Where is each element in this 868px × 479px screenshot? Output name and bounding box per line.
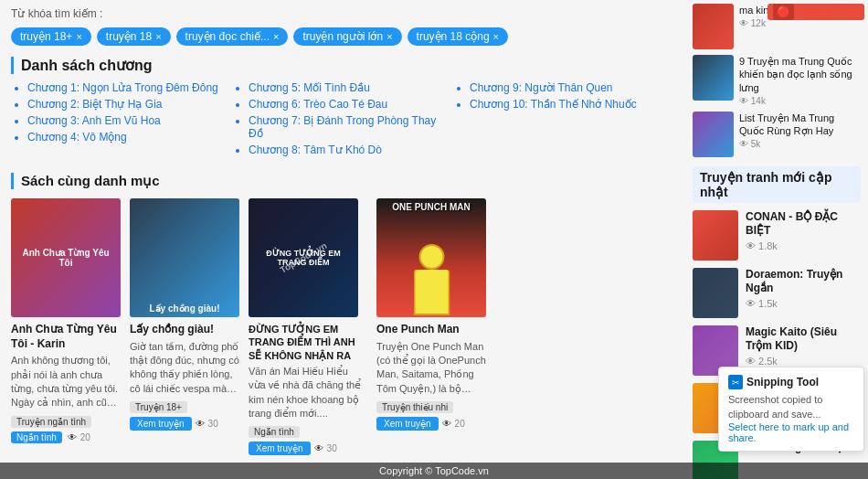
book-tag-3a: Ngắn tình bbox=[249, 426, 300, 438]
sidebar-top-title-2: 9 Truyện ma Trung Quốc khiến bạn đọc lạn… bbox=[739, 55, 861, 94]
book-desc-1: Anh không thương tôi, phải nói là anh ch… bbox=[11, 354, 121, 410]
chapter-item[interactable]: Chương 3: Anh Em Vũ Hoa bbox=[27, 114, 232, 127]
search-keywords-label: Từ khóa tìm kiếm : bbox=[11, 7, 674, 20]
book-desc-3: Văn án Mai Hiếu Hiểu vừa về nhà đã chăng… bbox=[249, 365, 367, 421]
sidebar-new-comic-2[interactable]: Doraemon: Truyện Ngắn 👁 1.5k bbox=[693, 268, 861, 318]
tag-18plus[interactable]: truyện 18+ × bbox=[11, 27, 91, 46]
chapter-col-3: Chương 9: Người Thân Quen Chương 10: Thầ… bbox=[453, 81, 674, 160]
book-desc-4: Truyện One Punch Man (có thể gọi là OneP… bbox=[376, 340, 486, 397]
tag-doc-chie-remove[interactable]: × bbox=[273, 31, 279, 42]
book-cover-3: ĐỪNG TƯỞNG EM TRANG ĐIỂM TopCode.vn bbox=[249, 198, 358, 317]
book-views-icon-2: 👁 bbox=[196, 419, 205, 429]
eye-icon-c2: 👁 bbox=[746, 298, 756, 309]
tag-18-cong-remove[interactable]: × bbox=[493, 31, 499, 42]
book-card-1[interactable]: Anh Chưa Từng Yêu Tôi Anh Chưa Từng Yêu … bbox=[11, 198, 121, 455]
copyright-bar: Copyright © TopCode.vn bbox=[0, 463, 868, 479]
chapter-item[interactable]: Chương 6: Trèo Cao Té Đau bbox=[249, 98, 453, 111]
sidebar-top-views-2: 👁 14k bbox=[739, 96, 861, 106]
sidebar-top-info-3: List Truyện Ma Trung Quốc Rùng Rợn Hay 👁… bbox=[739, 112, 861, 157]
book-title-4[interactable]: One Punch Man bbox=[376, 323, 486, 337]
eye-icon-c1: 👁 bbox=[746, 240, 756, 251]
sidebar-comic-title-3: Magic Kaito (Siêu Trộm KID) bbox=[746, 325, 861, 354]
sidebar-top-info-2: 9 Truyện ma Trung Quốc khiến bạn đọc lạn… bbox=[739, 55, 861, 106]
sidebar-thumb-comic-2 bbox=[693, 268, 738, 318]
tag-18plus-remove[interactable]: × bbox=[76, 31, 81, 42]
book-tag-2a: Truyện 18+ bbox=[130, 401, 187, 413]
chapter-item[interactable]: Chương 4: Vô Mộng bbox=[27, 131, 232, 144]
eye-icon-3: 👁 bbox=[739, 139, 748, 149]
book-title-3[interactable]: ĐỪNG TƯỞNG EM TRANG ĐIỂM THÌ ANH SẼ KHÔN… bbox=[249, 323, 367, 362]
chapter-item[interactable]: Chương 7: Bị Đánh Trong Phòng Thay Đồ bbox=[249, 114, 453, 140]
book-card-3[interactable]: ĐỪNG TƯỞNG EM TRANG ĐIỂM TopCode.vn ĐỪNG… bbox=[249, 198, 367, 455]
sidebar-comic-views-3: 👁 2.5k bbox=[746, 356, 861, 367]
chapter-item[interactable]: Chương 9: Người Thân Quen bbox=[470, 81, 674, 94]
book-actions-4: Xem truyện 👁 20 bbox=[376, 417, 486, 431]
tag-18[interactable]: truyện 18 × bbox=[97, 27, 171, 46]
book-views-4: 20 bbox=[455, 419, 465, 429]
book-actions-3: Xem truyện 👁 30 bbox=[249, 442, 367, 455]
tag-18-remove[interactable]: × bbox=[155, 31, 161, 42]
sidebar-top-title-3: List Truyện Ma Trung Quốc Rùng Rợn Hay bbox=[739, 112, 861, 138]
chapter-col-1: Chương 1: Ngọn Lửa Trong Đêm Đông Chương… bbox=[11, 81, 232, 160]
snipping-text: Screenshot copied to clipboard and save.… bbox=[728, 393, 854, 421]
tag-nguoi-lon-remove[interactable]: × bbox=[386, 31, 392, 42]
book-title-1[interactable]: Anh Chưa Từng Yêu Tôi - Karin bbox=[11, 323, 121, 351]
book-views-icon-1: 👁 bbox=[68, 432, 77, 442]
topcode-logo: 🔴 TopCode.vn bbox=[767, 4, 865, 20]
books-grid: Anh Chưa Từng Yêu Tôi Anh Chưa Từng Yêu … bbox=[11, 198, 674, 455]
sidebar-comic-title-1: CONAN - BỘ ĐẶC BIỆT bbox=[746, 210, 861, 239]
book-views-2: 30 bbox=[208, 419, 218, 429]
book-views-icon-3: 👁 bbox=[314, 443, 323, 453]
snipping-notification: ✂ Snipping Tool Screenshot copied to cli… bbox=[718, 367, 864, 452]
chapter-col-2: Chương 5: Mối Tình Đầu Chương 6: Trèo Ca… bbox=[232, 81, 453, 160]
chapter-item[interactable]: Chương 5: Mối Tình Đầu bbox=[249, 81, 453, 94]
tag-18-cong[interactable]: truyện 18 cộng × bbox=[408, 27, 508, 46]
sidebar-comic-info-3: Magic Kaito (Siêu Trộm KID) 👁 2.5k bbox=[746, 325, 861, 367]
sidebar-top-item-3[interactable]: List Truyện Ma Trung Quốc Rùng Rợn Hay 👁… bbox=[693, 112, 861, 157]
sidebar-comic-views-2: 👁 1.5k bbox=[746, 298, 861, 309]
book-tag-4a: Truyện thiếu nhi bbox=[376, 401, 453, 413]
chapter-item[interactable]: Chương 2: Biệt Thự Hạ Gia bbox=[27, 98, 232, 111]
book-card-4[interactable]: ONE PUNCH MAN One Punch Man Truyện One P… bbox=[376, 198, 486, 455]
snipping-header: ✂ Snipping Tool bbox=[728, 375, 854, 389]
tag-doc-chie[interactable]: truyện đọc chiế... × bbox=[176, 27, 289, 46]
book-views-3: 30 bbox=[327, 443, 337, 453]
book-cover-2: Lấy chồng giàu! bbox=[130, 198, 239, 317]
new-comics-title: Truyện tranh mới cập nhật bbox=[693, 166, 861, 203]
snipping-title: Snipping Tool bbox=[746, 376, 819, 389]
book-views-1: 20 bbox=[80, 432, 90, 442]
book-title-2[interactable]: Lấy chồng giàu! bbox=[130, 323, 239, 337]
snipping-link[interactable]: Select here to mark up and share. bbox=[728, 421, 854, 443]
eye-icon-c3: 👁 bbox=[746, 356, 756, 367]
book-read-btn-2[interactable]: Xem truyện bbox=[130, 417, 192, 431]
sidebar-comic-views-1: 👁 1.8k bbox=[746, 240, 861, 251]
sidebar-thumb-2 bbox=[693, 55, 734, 101]
sidebar-top-item-2[interactable]: 9 Truyện ma Trung Quốc khiến bạn đọc lạn… bbox=[693, 55, 861, 106]
sidebar-new-comic-1[interactable]: CONAN - BỘ ĐẶC BIỆT 👁 1.8k bbox=[693, 210, 861, 261]
sidebar-top-views-3: 👁 5k bbox=[739, 139, 861, 149]
sidebar-top-items: ma kinh dị nhất Nhật Bản 👁 12k 9 Truyện … bbox=[693, 4, 861, 157]
book-desc-2: Giờ tan tầm, đường phố thật đông đúc, nh… bbox=[130, 340, 239, 397]
same-category-title: Sách cùng danh mục bbox=[11, 173, 674, 189]
chapter-item[interactable]: Chương 10: Thần Thế Nhớ Nhuốc bbox=[470, 98, 674, 111]
book-card-2[interactable]: Lấy chồng giàu! Lấy chồng giàu! Giờ tan … bbox=[130, 198, 239, 455]
book-tag-1a: Truyện ngắn tình bbox=[11, 416, 91, 428]
book-read-btn-4[interactable]: Xem truyện bbox=[376, 417, 439, 431]
book-cover-1: Anh Chưa Từng Yêu Tôi bbox=[11, 198, 121, 317]
book-actions-2: Xem truyện 👁 30 bbox=[130, 417, 239, 431]
sidebar-thumb-1 bbox=[693, 4, 734, 49]
eye-icon-1: 👁 bbox=[739, 18, 748, 28]
chapter-list-title: Danh sách chương bbox=[11, 57, 674, 74]
tags-row: truyện 18+ × truyện 18 × truyện đọc chiế… bbox=[11, 27, 674, 46]
book-tag-1b: Ngắn tình bbox=[11, 431, 62, 443]
tag-nguoi-lon[interactable]: truyện người lớn × bbox=[293, 27, 401, 46]
chapter-item[interactable]: Chương 1: Ngọn Lửa Trong Đêm Đông bbox=[27, 81, 232, 94]
sidebar-thumb-comic-1 bbox=[693, 210, 738, 261]
book-actions-1: Ngắn tình 👁 20 bbox=[11, 431, 121, 443]
book-read-btn-3[interactable]: Xem truyện bbox=[249, 442, 311, 455]
chapter-list: Chương 1: Ngọn Lửa Trong Đêm Đông Chương… bbox=[11, 81, 674, 160]
sidebar-comic-info-1: CONAN - BỘ ĐẶC BIỆT 👁 1.8k bbox=[746, 210, 861, 251]
book-cover-4: ONE PUNCH MAN bbox=[376, 198, 486, 317]
chapter-item[interactable]: Chương 8: Tâm Tư Khó Dò bbox=[249, 144, 453, 156]
eye-icon-2: 👁 bbox=[739, 96, 748, 106]
